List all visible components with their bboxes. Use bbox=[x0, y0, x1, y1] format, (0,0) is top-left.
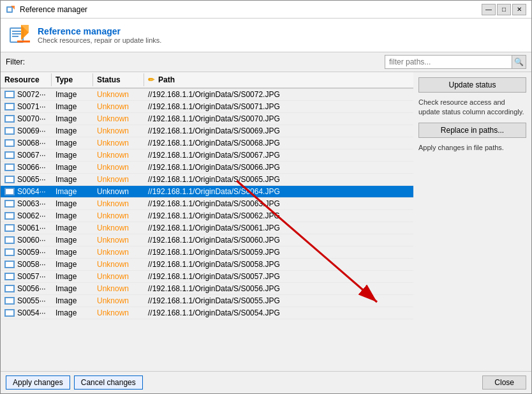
table-row[interactable]: S0058··· Image Unknown //192.168.1.1/Ori… bbox=[1, 259, 413, 271]
table-row[interactable]: S0067··· Image Unknown //192.168.1.1/Ori… bbox=[1, 149, 413, 162]
cell-resource: S0065··· bbox=[1, 174, 52, 185]
header-icon bbox=[8, 24, 31, 47]
header-title: Reference manager bbox=[38, 26, 161, 36]
cell-status: Unknown bbox=[93, 295, 144, 307]
cell-type: Image bbox=[52, 307, 93, 319]
title-bar-text: Reference manager bbox=[20, 5, 482, 14]
filter-input[interactable] bbox=[385, 55, 512, 69]
cell-path: //192.168.1.1/OriginData/S/S0063.JPG bbox=[144, 198, 413, 209]
table-row[interactable]: S0072··· Image Unknown //192.168.1.1/Ori… bbox=[1, 89, 413, 101]
table-row[interactable]: S0056··· Image Unknown //192.168.1.1/Ori… bbox=[1, 283, 413, 295]
col-path: ✏ Path bbox=[144, 73, 413, 86]
cell-status: Unknown bbox=[93, 101, 144, 112]
cell-path: //192.168.1.1/OriginData/S/S0065.JPG bbox=[144, 174, 413, 185]
table-row[interactable]: S0063··· Image Unknown //192.168.1.1/Ori… bbox=[1, 198, 413, 210]
cell-status: Unknown bbox=[93, 125, 144, 137]
resource-icon bbox=[4, 139, 15, 147]
header-section: Reference manager Check resources, repai… bbox=[1, 19, 531, 52]
cell-path: //192.168.1.1/OriginData/S/S0070.JPG bbox=[144, 113, 413, 125]
svg-rect-5 bbox=[12, 31, 21, 32]
cell-status: Unknown bbox=[93, 307, 144, 319]
cancel-changes-button[interactable]: Cancel changes bbox=[74, 375, 143, 390]
resource-icon bbox=[4, 248, 15, 256]
cell-resource: S0059··· bbox=[1, 246, 52, 258]
resource-icon bbox=[4, 163, 15, 171]
filter-label: Filter: bbox=[6, 57, 25, 66]
resource-icon bbox=[4, 127, 15, 135]
table-row[interactable]: S0065··· Image Unknown //192.168.1.1/Ori… bbox=[1, 174, 413, 186]
cell-status: Unknown bbox=[93, 246, 144, 258]
minimize-button[interactable]: — bbox=[482, 4, 496, 15]
cell-path: //192.168.1.1/OriginData/S/S0064.JPG bbox=[144, 186, 413, 197]
update-status-desc: Check resource access and update status … bbox=[418, 98, 526, 117]
cell-status: Unknown bbox=[93, 222, 144, 234]
cell-type: Image bbox=[52, 210, 93, 222]
cell-type: Image bbox=[52, 162, 93, 173]
table-row[interactable]: S0057··· Image Unknown //192.168.1.1/Ori… bbox=[1, 271, 413, 283]
table-row[interactable]: S0069··· Image Unknown //192.168.1.1/Ori… bbox=[1, 125, 413, 137]
table-row[interactable]: S0066··· Image Unknown //192.168.1.1/Ori… bbox=[1, 162, 413, 174]
table-row[interactable]: S0055··· Image Unknown //192.168.1.1/Ori… bbox=[1, 295, 413, 307]
apply-changes-button[interactable]: Apply changes bbox=[6, 375, 70, 390]
resource-icon bbox=[4, 224, 15, 232]
cell-type: Image bbox=[52, 186, 93, 197]
main-content: Resource Type Status ✏ Path bbox=[1, 72, 531, 371]
table-body[interactable]: S0072··· Image Unknown //192.168.1.1/Ori… bbox=[1, 89, 413, 371]
cell-type: Image bbox=[52, 222, 93, 234]
resource-icon bbox=[4, 261, 15, 268]
col-type: Type bbox=[52, 73, 93, 86]
cell-status: Unknown bbox=[93, 271, 144, 282]
col-status: Status bbox=[93, 73, 144, 86]
cell-path: //192.168.1.1/OriginData/S/S0068.JPG bbox=[144, 137, 413, 149]
cell-resource: S0070··· bbox=[1, 113, 52, 125]
header-text: Reference manager Check resources, repai… bbox=[38, 26, 161, 44]
cell-resource: S0066··· bbox=[1, 162, 52, 173]
cell-resource: S0071··· bbox=[1, 101, 52, 112]
resource-icon bbox=[4, 297, 15, 305]
toolbar: Filter: 🔍 bbox=[1, 52, 531, 72]
cell-status: Unknown bbox=[93, 149, 144, 161]
table-row[interactable]: S0071··· Image Unknown //192.168.1.1/Ori… bbox=[1, 101, 413, 113]
update-status-button[interactable]: Update status bbox=[418, 77, 526, 93]
table-row[interactable]: S0061··· Image Unknown //192.168.1.1/Ori… bbox=[1, 222, 413, 234]
table-row[interactable]: S0062··· Image Unknown //192.168.1.1/Ori… bbox=[1, 210, 413, 222]
table-row[interactable]: S0060··· Image Unknown //192.168.1.1/Ori… bbox=[1, 234, 413, 246]
cell-path: //192.168.1.1/OriginData/S/S0071.JPG bbox=[144, 101, 413, 112]
cell-resource: S0064··· bbox=[1, 186, 52, 197]
cell-type: Image bbox=[52, 101, 93, 112]
cell-type: Image bbox=[52, 246, 93, 258]
resource-icon bbox=[4, 115, 15, 123]
resource-icon bbox=[4, 200, 15, 208]
table-row[interactable]: S0054··· Image Unknown //192.168.1.1/Ori… bbox=[1, 307, 413, 319]
replace-paths-button[interactable]: Replace in paths... bbox=[418, 123, 526, 138]
table-row[interactable]: S0068··· Image Unknown //192.168.1.1/Ori… bbox=[1, 137, 413, 149]
table-row[interactable]: S0059··· Image Unknown //192.168.1.1/Ori… bbox=[1, 246, 413, 259]
cell-status: Unknown bbox=[93, 283, 144, 294]
svg-rect-6 bbox=[12, 33, 21, 34]
cell-status: Unknown bbox=[93, 234, 144, 246]
resource-icon bbox=[4, 151, 15, 159]
filter-search-button[interactable]: 🔍 bbox=[512, 55, 526, 69]
sidebar: Update status Check resource access and … bbox=[413, 72, 531, 371]
cell-type: Image bbox=[52, 259, 93, 270]
table-row[interactable]: S0064··· Image Unknown //192.168.1.1/Ori… bbox=[1, 186, 413, 198]
resource-icon bbox=[4, 176, 15, 183]
cell-path: //192.168.1.1/OriginData/S/S0057.JPG bbox=[144, 271, 413, 282]
cell-type: Image bbox=[52, 149, 93, 161]
cell-type: Image bbox=[52, 283, 93, 294]
cell-type: Image bbox=[52, 295, 93, 307]
close-button[interactable]: Close bbox=[482, 375, 526, 390]
cell-resource: S0063··· bbox=[1, 198, 52, 209]
table-row[interactable]: S0070··· Image Unknown //192.168.1.1/Ori… bbox=[1, 113, 413, 125]
cell-path: //192.168.1.1/OriginData/S/S0062.JPG bbox=[144, 210, 413, 222]
resource-icon bbox=[4, 212, 15, 220]
resource-icon bbox=[4, 188, 15, 195]
cell-status: Unknown bbox=[93, 137, 144, 149]
maximize-button[interactable]: □ bbox=[497, 4, 511, 15]
replace-paths-desc: Apply changes in file paths. bbox=[418, 143, 526, 153]
window-close-button[interactable]: ✕ bbox=[512, 4, 526, 15]
cell-resource: S0058··· bbox=[1, 259, 52, 270]
cell-type: Image bbox=[52, 113, 93, 125]
cell-path: //192.168.1.1/OriginData/S/S0058.JPG bbox=[144, 259, 413, 270]
cell-resource: S0060··· bbox=[1, 234, 52, 246]
